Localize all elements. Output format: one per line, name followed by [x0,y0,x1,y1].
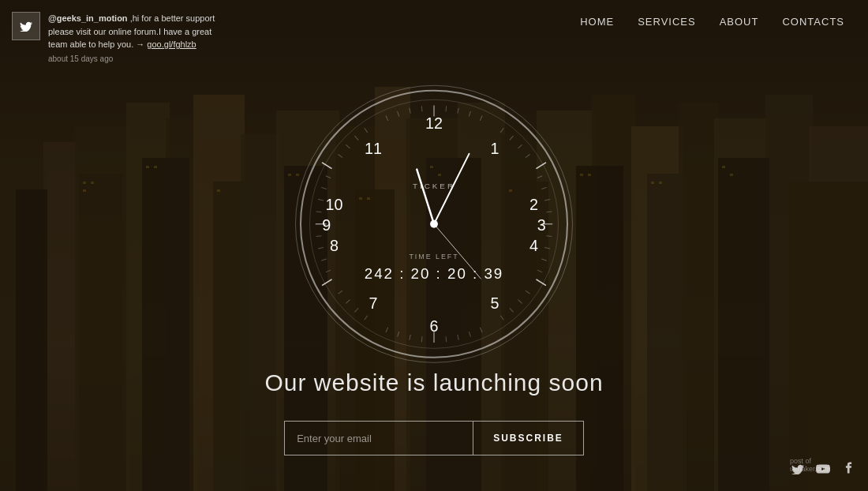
svg-line-104 [326,176,331,178]
svg-line-67 [469,111,470,117]
svg-line-73 [537,176,542,178]
svg-line-81 [526,290,530,294]
svg-text:TIME LEFT: TIME LEFT [409,253,458,260]
clock-svg: 12 1 2 3 4 5 6 7 8 9 10 11 TICKER TIME L… [301,92,567,357]
svg-line-54 [537,160,546,172]
svg-line-74 [541,187,547,189]
svg-text:11: 11 [365,140,382,157]
twitter-logo-box [12,12,40,40]
svg-line-89 [421,336,422,342]
tweet-handle: @geeks_in_motion [48,13,128,23]
tweet-text: @geeks_in_motion ,hi for a better suppor… [48,12,217,51]
twitter-icon [20,21,32,32]
svg-line-69 [500,128,503,133]
svg-line-65 [446,106,447,111]
svg-line-87 [458,335,458,340]
svg-text:5: 5 [491,294,499,312]
svg-line-91 [398,332,399,337]
svg-line-88 [446,336,447,342]
svg-line-70 [510,136,514,140]
svg-line-60 [537,160,546,172]
svg-text:12: 12 [425,114,443,132]
launch-text: Our website is launching soon [0,369,868,396]
svg-line-95 [346,300,350,304]
svg-line-101 [316,212,322,212]
svg-text:8: 8 [330,237,339,254]
svg-line-127 [434,154,469,224]
svg-line-55 [537,276,546,288]
svg-line-103 [321,187,327,189]
svg-text:3: 3 [537,216,546,234]
social-icons: post of uimaker.com [790,461,856,477]
tweet-link[interactable]: goo.gl/fghlzb [147,39,196,49]
svg-line-90 [410,335,410,340]
svg-text:7: 7 [369,294,377,312]
svg-line-64 [322,160,331,172]
svg-line-128 [434,224,481,279]
svg-line-97 [326,270,331,272]
svg-line-99 [318,248,324,249]
svg-line-75 [544,200,550,201]
svg-line-106 [346,144,350,148]
svg-line-110 [398,111,399,117]
tweet-time: about 15 days ago [48,54,217,63]
svg-line-100 [316,236,322,237]
svg-line-84 [500,316,503,320]
svg-text:1: 1 [491,140,499,157]
svg-line-107 [354,136,358,140]
svg-line-63 [322,276,331,288]
nav-home[interactable]: HOME [580,16,614,28]
svg-line-58 [322,160,331,172]
email-input[interactable] [284,421,473,455]
svg-line-109 [386,116,388,121]
svg-line-77 [547,236,552,237]
svg-text:TICKER: TICKER [413,182,455,190]
svg-line-83 [510,308,514,312]
main-nav: HOME SERVICES ABOUT CONTACTS [580,16,844,28]
svg-line-86 [469,332,470,337]
svg-line-80 [537,270,542,272]
svg-line-108 [365,128,368,133]
clock-container: 12 1 2 3 4 5 6 7 8 9 10 11 TICKER TIME L… [300,90,568,358]
svg-line-79 [541,259,547,260]
svg-line-76 [547,212,552,212]
svg-line-126 [417,170,434,224]
svg-line-98 [321,259,327,260]
svg-line-71 [518,144,522,148]
svg-line-85 [480,328,482,332]
svg-line-96 [338,290,342,294]
svg-line-72 [526,155,530,158]
clock-face: 12 1 2 3 4 5 6 7 8 9 10 11 TICKER TIME L… [300,90,568,358]
subscribe-section: SUBSCRIBE [0,421,868,455]
svg-line-61 [537,276,546,288]
svg-text:4: 4 [529,237,538,254]
svg-text:2: 2 [529,196,538,213]
svg-point-129 [430,220,438,228]
twitter-text-content: @geeks_in_motion ,hi for a better suppor… [48,12,217,63]
svg-text:9: 9 [322,216,331,234]
svg-line-93 [365,316,368,320]
svg-line-82 [518,300,522,304]
post-credit: post of uimaker.com [790,457,844,473]
svg-line-102 [318,200,324,201]
svg-line-66 [458,108,458,114]
svg-line-94 [354,308,358,312]
svg-line-57 [322,276,331,288]
twitter-widget: @geeks_in_motion ,hi for a better suppor… [12,12,217,63]
nav-services[interactable]: SERVICES [638,16,696,28]
svg-line-78 [544,248,550,249]
svg-line-111 [410,108,410,114]
svg-text:10: 10 [326,196,343,213]
main-content: Our website is launching soon [0,369,868,396]
svg-text:242 : 20 : 20 : 39: 242 : 20 : 20 : 39 [365,265,503,282]
svg-line-105 [338,155,342,158]
nav-contacts[interactable]: CONTACTS [782,16,844,28]
nav-about[interactable]: ABOUT [720,16,759,28]
svg-text:6: 6 [430,317,439,335]
subscribe-button[interactable]: SUBSCRIBE [473,421,584,455]
svg-line-112 [421,106,422,111]
svg-line-68 [480,116,482,121]
svg-line-92 [386,328,388,332]
